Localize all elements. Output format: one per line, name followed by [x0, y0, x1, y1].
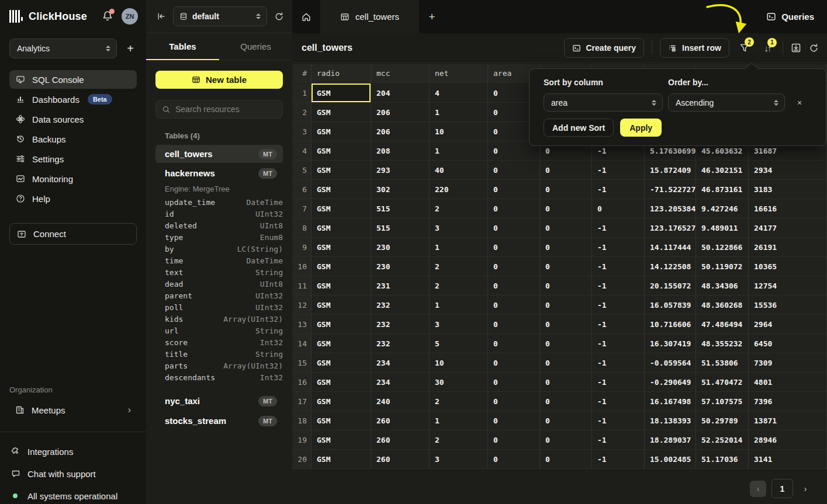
table-cell[interactable]: 0	[540, 161, 592, 180]
table-cell[interactable]: 0	[488, 238, 540, 257]
table-cell[interactable]: 0	[540, 334, 592, 353]
table-cell[interactable]: 2964	[749, 315, 827, 334]
table-cell[interactable]: 5	[430, 334, 488, 353]
table-cell[interactable]: GSM	[312, 430, 371, 450]
table-cell[interactable]: 234	[371, 373, 430, 392]
table-cell[interactable]: 0	[540, 353, 592, 373]
table-cell[interactable]: 14.122508	[645, 257, 696, 276]
table-cell[interactable]: 48.360268	[696, 296, 749, 315]
table-cell[interactable]: 208	[371, 141, 430, 161]
table-cell[interactable]: 0	[488, 334, 540, 353]
column-header[interactable]: radio	[312, 64, 371, 83]
table-cell[interactable]: GSM	[312, 296, 371, 315]
table-cell[interactable]: 232	[371, 334, 430, 353]
table-cell[interactable]: GSM	[312, 276, 371, 296]
table-cell[interactable]: 10	[430, 353, 488, 373]
sort-order-select[interactable]: Ascending	[668, 93, 785, 112]
table-cell[interactable]: 234	[371, 353, 430, 373]
table-cell[interactable]: 1	[430, 103, 488, 122]
column-header[interactable]: #	[292, 64, 312, 83]
table-cell[interactable]: 0	[488, 430, 540, 450]
home-tab[interactable]	[292, 0, 320, 33]
table-cell[interactable]: 0	[540, 296, 592, 315]
table-cell[interactable]: 123.176527	[645, 218, 696, 238]
table-cell[interactable]: 15.872409	[645, 161, 696, 180]
table-cell[interactable]: GSM	[312, 392, 371, 411]
table-cell[interactable]: 24177	[749, 218, 827, 238]
sidebar-item-help[interactable]: Help	[9, 189, 137, 208]
sidebar-item-monitoring[interactable]: Monitoring	[9, 169, 137, 188]
table-cell[interactable]: -1	[592, 315, 645, 334]
table-cell[interactable]: 3	[430, 218, 488, 238]
sidebar-item-data-sources[interactable]: Data sources	[9, 110, 137, 128]
table-cell[interactable]: 0	[488, 199, 540, 218]
table-cell[interactable]: 204	[371, 84, 430, 103]
table-cell[interactable]: 0	[540, 430, 592, 450]
collapse-panel-icon[interactable]	[157, 12, 166, 21]
table-cell[interactable]: -1	[592, 238, 645, 257]
table-cell[interactable]: 2	[430, 276, 488, 296]
table-cell[interactable]: 3	[430, 315, 488, 334]
connect-button[interactable]: Connect	[9, 223, 137, 245]
tab-cell-towers[interactable]: cell_towers	[320, 0, 419, 33]
table-cell[interactable]: 16.307419	[645, 334, 696, 353]
table-cell[interactable]: 0	[488, 296, 540, 315]
table-cell[interactable]: 52.252014	[696, 430, 749, 450]
table-cell[interactable]: 0	[488, 180, 540, 199]
table-cell[interactable]: 232	[371, 315, 430, 334]
table-cell[interactable]: 1	[430, 238, 488, 257]
table-cell[interactable]: 0	[540, 180, 592, 199]
table-cell[interactable]: -1	[592, 430, 645, 450]
table-cell[interactable]: 3	[430, 450, 488, 469]
table-cell[interactable]: -0.059564	[645, 353, 696, 373]
table-cell[interactable]: -1	[592, 392, 645, 411]
refresh-button[interactable]	[809, 43, 819, 53]
table-cell[interactable]: -0.290649	[645, 373, 696, 392]
table-cell[interactable]: 0	[540, 218, 592, 238]
table-cell[interactable]: -1	[592, 353, 645, 373]
table-cell[interactable]: 40	[430, 161, 488, 180]
table-cell[interactable]: 0	[540, 411, 592, 430]
table-cell[interactable]: 16.057839	[645, 296, 696, 315]
table-cell[interactable]: 0	[540, 315, 592, 334]
table-cell[interactable]: -1	[592, 257, 645, 276]
notifications-bell-icon[interactable]	[102, 10, 115, 23]
database-select[interactable]: default	[173, 6, 267, 26]
search-input[interactable]: Search resources	[155, 100, 283, 119]
table-cell[interactable]: 15536	[749, 296, 827, 315]
table-cell[interactable]: 18.138393	[645, 411, 696, 430]
table-cell[interactable]: 46.873161	[696, 180, 749, 199]
table-cell[interactable]: 16616	[749, 199, 827, 218]
new-tab-button[interactable]: +	[419, 0, 445, 33]
table-cell[interactable]: 0	[488, 161, 540, 180]
table-cell[interactable]: -1	[592, 161, 645, 180]
remove-sort-icon[interactable]: ×	[797, 98, 802, 107]
sidebar-item-backups[interactable]: Backups	[9, 130, 137, 148]
table-cell[interactable]: 7396	[749, 392, 827, 411]
tab-queries[interactable]: Queries	[219, 33, 292, 60]
table-cell[interactable]: 302	[371, 180, 430, 199]
table-cell[interactable]: 260	[371, 411, 430, 430]
table-cell[interactable]: 0	[488, 450, 540, 469]
table-cell[interactable]: 14.117444	[645, 238, 696, 257]
table-cell[interactable]: 2	[430, 430, 488, 450]
table-item-hackernews[interactable]: hackernews MT	[155, 164, 283, 182]
table-cell[interactable]: 30	[430, 373, 488, 392]
table-cell[interactable]: GSM	[312, 180, 371, 199]
table-cell[interactable]: GSM	[312, 199, 371, 218]
table-cell[interactable]: 48.34306	[696, 276, 749, 296]
table-item-nyc-taxi[interactable]: nyc_taxi MT	[155, 392, 283, 410]
download-button[interactable]	[791, 43, 801, 53]
table-cell[interactable]: 20.155072	[645, 276, 696, 296]
table-cell[interactable]: 18.289037	[645, 430, 696, 450]
table-cell[interactable]: -1	[592, 276, 645, 296]
table-cell[interactable]: 0	[540, 238, 592, 257]
table-cell[interactable]: 260	[371, 430, 430, 450]
table-cell[interactable]: 0	[488, 353, 540, 373]
table-cell[interactable]: 51.17036	[696, 450, 749, 469]
table-cell[interactable]: 231	[371, 276, 430, 296]
table-cell[interactable]: GSM	[312, 411, 371, 430]
table-cell[interactable]: 0	[540, 276, 592, 296]
table-cell[interactable]: 9.427246	[696, 199, 749, 218]
table-cell[interactable]: 26191	[749, 238, 827, 257]
